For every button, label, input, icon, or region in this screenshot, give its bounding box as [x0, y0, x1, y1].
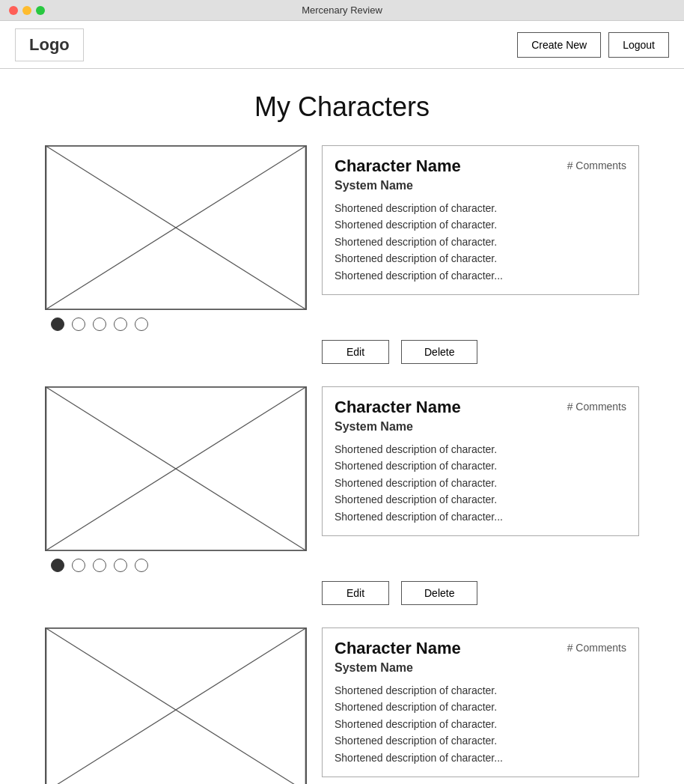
info-panel: Character Name# CommentsSystem NameShort…: [322, 386, 639, 536]
system-name: System Name: [335, 661, 626, 675]
window-controls: [9, 6, 45, 15]
navbar: Logo Create New Logout: [0, 21, 684, 69]
maximize-button[interactable]: [36, 6, 45, 15]
info-panel: Character Name# CommentsSystem NameShort…: [322, 145, 639, 295]
main-content: My Characters Character Name# CommentsSy…: [0, 69, 684, 784]
character-card: Character Name# CommentsSystem NameShort…: [45, 627, 639, 784]
character-image-placeholder: [45, 386, 307, 551]
edit-button[interactable]: Edit: [322, 340, 389, 364]
action-row: EditDelete: [45, 581, 639, 605]
card-row: Character Name# CommentsSystem NameShort…: [45, 627, 639, 784]
character-list: Character Name# CommentsSystem NameShort…: [45, 145, 639, 784]
comments-count: # Comments: [567, 401, 626, 413]
svg-rect-6: [46, 628, 306, 784]
titlebar: Mercenary Review: [0, 0, 684, 21]
character-name: Character Name: [335, 398, 461, 417]
minimize-button[interactable]: [22, 6, 31, 15]
delete-button[interactable]: Delete: [401, 581, 477, 605]
comments-count: # Comments: [567, 159, 626, 171]
carousel-dots: [45, 310, 307, 331]
info-panel: Character Name# CommentsSystem NameShort…: [322, 627, 639, 777]
logo: Logo: [15, 28, 84, 61]
character-name: Character Name: [335, 639, 461, 658]
carousel-dot[interactable]: [93, 559, 106, 572]
character-card: Character Name# CommentsSystem NameShort…: [45, 386, 639, 605]
carousel-dot[interactable]: [51, 559, 64, 572]
window-title: Mercenary Review: [302, 4, 382, 16]
comments-count: # Comments: [567, 642, 626, 654]
delete-button[interactable]: Delete: [401, 340, 477, 364]
page-title: My Characters: [45, 91, 639, 123]
carousel-dot[interactable]: [135, 317, 148, 331]
character-image-placeholder: [45, 627, 307, 784]
card-row: Character Name# CommentsSystem NameShort…: [45, 145, 639, 331]
character-name: Character Name: [335, 157, 461, 176]
create-new-button[interactable]: Create New: [517, 32, 601, 58]
character-description: Shortened description of character. Shor…: [335, 682, 626, 766]
edit-button[interactable]: Edit: [322, 581, 389, 605]
carousel-dots: [45, 551, 307, 572]
carousel-dot[interactable]: [114, 317, 127, 331]
system-name: System Name: [335, 420, 626, 434]
carousel-dot[interactable]: [51, 317, 64, 331]
card-row: Character Name# CommentsSystem NameShort…: [45, 386, 639, 572]
close-button[interactable]: [9, 6, 18, 15]
character-description: Shortened description of character. Shor…: [335, 441, 626, 525]
carousel-dot[interactable]: [135, 559, 148, 572]
carousel-dot[interactable]: [72, 559, 85, 572]
carousel-dot[interactable]: [93, 317, 106, 331]
logout-button[interactable]: Logout: [608, 32, 669, 58]
character-card: Character Name# CommentsSystem NameShort…: [45, 145, 639, 364]
character-image-placeholder: [45, 145, 307, 310]
carousel-dot[interactable]: [114, 559, 127, 572]
character-description: Shortened description of character. Shor…: [335, 200, 626, 284]
carousel-dot[interactable]: [72, 317, 85, 331]
system-name: System Name: [335, 179, 626, 192]
action-row: EditDelete: [45, 340, 639, 364]
